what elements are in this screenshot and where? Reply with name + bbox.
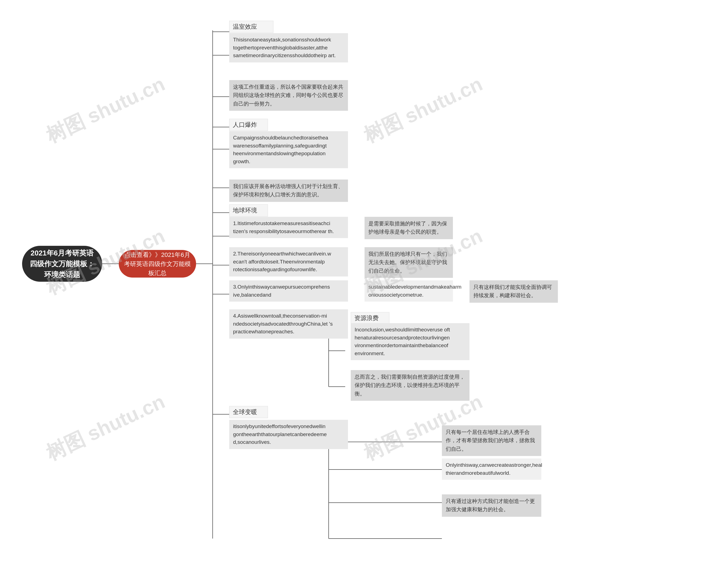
warming-zh3-box: 只有通过这种方式我们才能创造一个更加强大健康和魅力的社会。 — [442, 494, 541, 517]
topic-warming: 全球变暖 — [229, 406, 268, 418]
population-zh-text: 我们应该开展各种活动增强人们对于计划生育、保护环境和控制人口增长方面的意识。 — [233, 184, 343, 197]
greenhouse-zh-box: 这项工作任重道远，所以各个国家要联合起来共同组织这场全球性的灾难，同时每个公民也… — [229, 80, 348, 111]
warming-en-text: itisonlybyunitedeffortsofeveryonedwellin… — [233, 423, 327, 445]
earth-zh1-box: 是需要采取措施的时候了，因为保护地球母亲是每个公民的职责。 — [365, 217, 453, 239]
topic-resources: 资源浪费 — [351, 312, 390, 324]
topic-greenhouse: 温室效应 — [229, 21, 273, 33]
earth-en3b-text: sustainabledevelopmentandmakeaharm oniou… — [368, 284, 462, 298]
link-node[interactable]: 点击查看》》2021年6月考研英语四级作文万能模板汇总 — [119, 250, 196, 277]
greenhouse-en-text: Thisisnotaneasytask,sonationsshouldwork … — [233, 37, 336, 58]
earth-en3b-box: sustainabledevelopmentandmakeaharm oniou… — [365, 280, 453, 302]
resources-zh-text: 总而言之，我们需要限制自然资源的过度使用，保护我们的生态环境，以便维持生态环境的… — [355, 374, 465, 397]
topic-earth-label: 地球环境 — [233, 207, 257, 214]
watermark-5: 树图 shutu.cn — [42, 388, 169, 466]
resources-en-text: Inconclusion,weshouldlimittheoveruse oft… — [355, 327, 450, 356]
item4-en-box: 4.Asiswellknowntoall,theconservation-mi … — [229, 309, 348, 338]
population-en-text: Campaignsshouldbelaunchedtoraisethea war… — [233, 135, 328, 164]
item4-en-text: 4.Asiswellknowntoall,theconservation-mi … — [233, 313, 333, 334]
topic-population: 人口爆炸 — [229, 119, 268, 131]
topic-warming-label: 全球变暖 — [233, 409, 257, 415]
earth-zh2-box: 我们所居住的地球只有一个，我们无法失去她。保护环境就是守护我们自己的生命。 — [365, 247, 453, 278]
topic-population-label: 人口爆炸 — [233, 121, 257, 128]
population-en-box: Campaignsshouldbelaunchedtoraisethea war… — [229, 131, 348, 168]
link-node-text: 点击查看》》2021年6月考研英语四级作文万能模板汇总 — [123, 250, 192, 277]
earth-en2-text: 2.Thereisonlyoneearthwhichwecanlivein.w … — [233, 251, 331, 272]
earth-zh3-box: 只有这样我们才能实现全面协调可持续发展，构建和谐社会。 — [470, 280, 558, 303]
earth-en2-box: 2.Thereisonlyoneearthwhichwecanlivein.w … — [229, 247, 348, 276]
resources-zh-box: 总而言之，我们需要限制自然资源的过度使用，保护我们的生态环境，以便维持生态环境的… — [351, 370, 470, 401]
warming-zh1-box: 只有每一个居住在地球上的人携手合作，才有希望拯救我们的地球，拯救我们自己。 — [442, 425, 541, 456]
warming-zh3-text: 只有通过这种方式我们才能创造一个更加强大健康和魅力的社会。 — [446, 498, 535, 512]
topic-resources-label: 资源浪费 — [354, 315, 379, 322]
earth-zh2-text: 我们所居住的地球只有一个，我们无法失去她。保护环境就是守护我们自己的生命。 — [368, 251, 447, 274]
watermark-2: 树图 shutu.cn — [359, 71, 486, 149]
mindmap-container: 树图 shutu.cn 树图 shutu.cn 树图 shutu.cn 树图 s… — [0, 0, 707, 588]
population-zh-box: 我们应该开展各种活动增强人们对于计划生育、保护环境和控制人口增长方面的意识。 — [229, 179, 348, 202]
topic-greenhouse-label: 温室效应 — [233, 23, 257, 30]
warming-en2-box: Onlyinthisway,canwecreateastronger,heal … — [442, 458, 541, 480]
greenhouse-zh-text: 这项工作任重道远，所以各个国家要联合起来共同组织这场全球性的灾难，同时每个公民也… — [233, 84, 343, 107]
earth-en3-box: 3.Onlyinthiswaycanwepursuecomprehens ive… — [229, 280, 348, 302]
central-node: 2021年6月考研英语四级作文万能模板：环境类话题 — [22, 246, 102, 282]
greenhouse-en-box: Thisisnotaneasytask,sonationsshouldwork … — [229, 33, 348, 62]
earth-zh1-text: 是需要采取措施的时候了，因为保护地球母亲是每个公民的职责。 — [368, 221, 447, 235]
earth-en1-text: 1.Itistimeforustotakemeasuresasitiseachc… — [233, 220, 334, 234]
resources-en-box: Inconclusion,weshouldlimittheoveruse oft… — [351, 323, 470, 360]
earth-en3-text: 3.Onlyinthiswaycanwepursuecomprehens ive… — [233, 284, 330, 298]
watermark-1: 树图 shutu.cn — [42, 71, 169, 149]
topic-earth: 地球环境 — [229, 204, 268, 217]
earth-zh3-text: 只有这样我们才能实现全面协调可持续发展，构建和谐社会。 — [473, 284, 552, 298]
warming-zh1-text: 只有每一个居住在地球上的人携手合作，才有希望拯救我们的地球，拯救我们自己。 — [446, 429, 535, 452]
warming-en2-text: Onlyinthisway,canwecreateastronger,heal … — [446, 462, 542, 476]
warming-en-box: itisonlybyunitedeffortsofeveryonedwellin… — [229, 420, 348, 449]
connector-lines — [0, 0, 707, 588]
earth-en1-box: 1.Itistimeforustotakemeasuresasitiseachc… — [229, 217, 348, 238]
central-node-text: 2021年6月考研英语四级作文万能模板：环境类话题 — [28, 248, 97, 280]
